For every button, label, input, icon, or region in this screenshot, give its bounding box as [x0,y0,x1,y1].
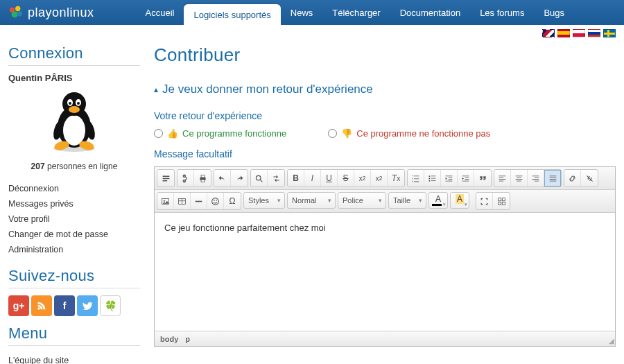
sidebar: Connexion Quentin PÂRIS 207 p [8,44,140,364]
smiley-icon[interactable] [207,193,224,209]
flag-uk-icon[interactable] [542,29,555,37]
editor-toolbar-row-1: B I U S x2 x2 Tx [155,167,615,190]
flag-es-icon[interactable] [557,29,570,37]
bg-color-icon[interactable]: A [450,192,469,209]
brand-logo[interactable]: playonlinux [8,5,94,20]
main-nav: Accueil Logiciels supportés News Télécha… [136,0,575,25]
svg-point-24 [428,180,430,181]
facebook-icon[interactable]: f [54,295,75,316]
align-justify-icon[interactable] [544,170,561,187]
find-icon[interactable] [251,170,268,187]
accordion-feedback[interactable]: ▴ Je veux donner mon retour d'expérience [154,78,616,101]
svg-point-23 [428,177,430,179]
radio-works[interactable]: 👍 Ce programme fonctionne [154,128,286,139]
main-content: Contribuer ▴ Je veux donner mon retour d… [154,44,616,364]
svg-point-11 [77,102,80,105]
radio-fails[interactable]: 👎 Ce programme ne fonctionne pas [328,128,490,139]
account-links: Déconnexion Messages privés Votre profil… [8,181,140,257]
radio-fails-input[interactable] [328,129,337,138]
playonlinux-icon [8,5,24,20]
radio-works-input[interactable] [154,129,163,138]
svg-rect-19 [201,175,205,177]
align-right-icon[interactable] [528,170,544,187]
special-char-icon[interactable]: Ω [224,193,241,209]
twitter-icon[interactable] [77,295,98,316]
cut-icon[interactable] [177,170,194,187]
thumb-up-icon: 👍 [167,128,178,139]
link-team[interactable]: L'équipe du site [8,353,140,364]
show-blocks-icon[interactable] [493,193,510,209]
align-left-icon[interactable] [494,170,511,187]
editor-toolbar-row-2: Ω Styles Normal Police Taille A A [155,190,615,213]
format-select[interactable]: Normal [287,192,336,209]
print-icon[interactable] [194,170,211,187]
indent-icon[interactable] [458,170,474,187]
nav-logiciels[interactable]: Logiciels supportés [184,4,280,25]
path-p[interactable]: p [185,335,190,343]
svg-point-21 [256,175,261,180]
svg-rect-20 [201,180,205,182]
size-select[interactable]: Taille [388,192,426,209]
link-profil[interactable]: Votre profil [8,211,140,227]
underline-icon[interactable]: U [321,170,338,187]
italic-icon[interactable]: I [304,170,321,187]
sidebar-connexion-title: Connexion [8,44,140,66]
nav-bugs[interactable]: Bugs [534,0,574,25]
page-title: Contribuer [154,44,616,66]
unlink-icon[interactable] [581,170,598,187]
link-icon[interactable] [564,170,581,187]
flag-sv-icon[interactable] [603,29,616,37]
brand-text: playonlinux [28,6,94,20]
svg-point-29 [212,198,219,205]
outdent-icon[interactable] [441,170,458,187]
svg-rect-33 [502,198,505,200]
path-body[interactable]: body [160,335,178,343]
editor-content[interactable]: Ce jeu fonctionne parfaitement chez moi [155,213,615,331]
nav-telecharger[interactable]: Télécharger [322,0,390,25]
google-plus-icon[interactable]: g+ [8,295,29,316]
link-password[interactable]: Changer de mot de passe [8,227,140,242]
strike-icon[interactable]: S [338,170,354,187]
horizontal-rule-icon[interactable] [191,193,207,209]
social-icons: g+ f 🍀 [8,295,140,316]
superscript-icon[interactable]: x2 [371,170,388,187]
maximize-icon[interactable] [476,193,493,209]
flag-pl-icon[interactable] [573,29,585,37]
link-deconnexion[interactable]: Déconnexion [8,181,140,196]
flag-ru-icon[interactable] [588,29,600,37]
online-count: 207 personnes en ligne [8,162,140,171]
numbered-list-icon[interactable] [408,170,424,187]
source-icon[interactable] [157,170,174,187]
font-select[interactable]: Police [338,192,386,209]
resize-grip-icon[interactable]: ◢ [609,337,613,345]
svg-rect-34 [498,202,501,205]
bold-icon[interactable]: B [288,170,304,187]
svg-point-2 [12,11,18,17]
sidebar-menu-title: Menu [8,324,140,346]
undo-icon[interactable] [214,170,231,187]
image-icon[interactable] [157,193,174,209]
replace-icon[interactable] [268,170,284,187]
link-admin[interactable]: Administration [8,242,140,257]
nav-documentation[interactable]: Documentation [390,0,470,25]
nav-forums[interactable]: Les forums [470,0,534,25]
remove-format-icon[interactable]: Tx [388,170,404,187]
svg-point-1 [15,6,20,11]
table-icon[interactable] [174,193,191,209]
leaf-icon[interactable]: 🍀 [100,295,121,316]
styles-select[interactable]: Styles [243,192,285,209]
thumb-down-icon: 👎 [341,128,352,139]
bullet-list-icon[interactable] [424,170,441,187]
blockquote-icon[interactable] [474,170,491,187]
nav-news[interactable]: News [281,0,323,25]
text-color-icon[interactable]: A [428,192,448,209]
link-messages[interactable]: Messages privés [8,196,140,211]
nav-accueil[interactable]: Accueil [136,0,184,25]
rss-icon[interactable] [31,295,52,316]
subscript-icon[interactable]: x2 [354,170,371,187]
svg-point-31 [216,200,217,201]
align-center-icon[interactable] [511,170,528,187]
redo-icon[interactable] [231,170,248,187]
svg-rect-32 [498,198,501,200]
chevron-up-icon: ▴ [154,85,158,94]
